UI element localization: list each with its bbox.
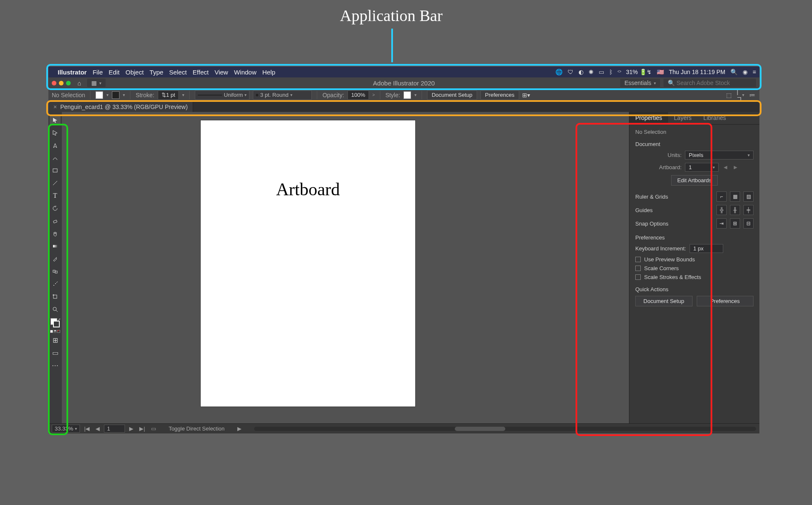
snap-point-icon[interactable]: ⇥: [716, 218, 727, 229]
menu-select[interactable]: Select: [169, 69, 187, 76]
zoom-tool[interactable]: [50, 304, 61, 315]
menu-edit[interactable]: Edit: [109, 69, 119, 76]
stroke-weight-stepper[interactable]: ⇅ 1 pt: [158, 90, 179, 100]
rotate-tool[interactable]: [50, 203, 61, 214]
scale-corners-checkbox[interactable]: Scale Corners: [635, 265, 754, 271]
siri-icon[interactable]: ◉: [743, 69, 748, 75]
eyedropper-tool[interactable]: [50, 253, 61, 264]
document-setup-button[interactable]: Document Setup: [427, 90, 477, 100]
status-popup-button[interactable]: ▶: [236, 425, 243, 432]
spotlight-icon[interactable]: 🔍: [730, 69, 738, 75]
edit-artboards-button[interactable]: Edit Artboards: [671, 175, 718, 186]
blend-tool[interactable]: [50, 266, 61, 277]
rectangle-tool[interactable]: [50, 165, 61, 176]
style-dropdown[interactable]: ▾: [414, 93, 417, 97]
isolation-icon[interactable]: ⬚: [725, 91, 732, 99]
menu-effect[interactable]: Effect: [193, 69, 209, 76]
stroke-dropdown[interactable]: ▾: [123, 93, 125, 97]
qa-preferences-button[interactable]: Preferences: [697, 296, 754, 306]
guides-show-icon[interactable]: ╬: [716, 205, 727, 215]
artboard-nav-dropdown[interactable]: 1: [104, 425, 125, 433]
variable-width-profile-dropdown[interactable]: Uniform ▾: [195, 90, 249, 100]
globe-icon[interactable]: 🌐: [555, 69, 563, 75]
wifi-icon[interactable]: ⌔: [618, 69, 621, 75]
pen-tool[interactable]: [50, 140, 61, 151]
edit-toolbar-button[interactable]: ⊞: [50, 335, 61, 346]
panel-menu-icon[interactable]: ≔: [748, 91, 756, 99]
guides-lock-icon[interactable]: ╫: [730, 205, 740, 215]
menu-file[interactable]: File: [93, 69, 103, 76]
stroke-label[interactable]: Stroke:: [135, 92, 154, 98]
prev-artboard-button[interactable]: ◀: [722, 165, 729, 170]
fill-dropdown[interactable]: ▾: [106, 93, 109, 97]
snap-grid-icon[interactable]: ⊞: [730, 218, 740, 229]
zoom-window-button[interactable]: [66, 81, 71, 85]
minimize-window-button[interactable]: [59, 81, 64, 85]
opacity-input[interactable]: 100%: [348, 90, 369, 100]
document-tab[interactable]: × Penguin_ecard1 @ 33.33% (RGB/GPU Previ…: [48, 101, 193, 112]
more-tools-button[interactable]: ⋯: [50, 360, 61, 371]
tab-libraries[interactable]: Libraries: [698, 112, 732, 124]
gradient-mode-icon[interactable]: [54, 330, 57, 333]
search-stock-input[interactable]: 🔍 Search Adobe Stock: [663, 79, 756, 87]
shield-icon[interactable]: 🛡: [568, 69, 573, 75]
bluetooth-icon[interactable]: ᛒ: [609, 69, 613, 75]
datetime[interactable]: Thu Jun 18 11:19 PM: [669, 69, 725, 75]
stroke-swatch[interactable]: [112, 91, 119, 99]
opacity-dropdown[interactable]: >: [372, 93, 375, 97]
arrange-documents-button[interactable]: ▦ ▾: [87, 79, 106, 87]
close-tab-icon[interactable]: ×: [53, 104, 57, 110]
next-artboard-button[interactable]: ▶: [732, 165, 739, 170]
smart-guides-icon[interactable]: ╪: [743, 205, 754, 215]
artboard-nav-icon[interactable]: ▭: [149, 425, 158, 432]
curvature-tool[interactable]: [50, 152, 61, 163]
grid-toggle-icon[interactable]: ▦: [730, 191, 740, 202]
screen-mode-button[interactable]: ▭: [50, 347, 61, 358]
cc-icon[interactable]: ◐: [578, 69, 584, 75]
gradient-tool[interactable]: [50, 241, 61, 252]
transparency-grid-icon[interactable]: ▨: [743, 191, 754, 202]
display-icon[interactable]: ▭: [599, 69, 604, 75]
color-mode-icon[interactable]: [50, 330, 53, 333]
hand-tool[interactable]: [50, 228, 61, 239]
units-dropdown[interactable]: Pixels▾: [685, 151, 754, 159]
fill-stroke-swatch[interactable]: ⤢: [50, 318, 60, 327]
tab-layers[interactable]: Layers: [668, 112, 698, 124]
symbol-sprayer-tool[interactable]: [50, 279, 61, 290]
tab-properties[interactable]: Properties: [629, 112, 668, 124]
eraser-tool[interactable]: [50, 215, 61, 226]
next-artboard-nav-button[interactable]: ▶: [127, 425, 135, 432]
use-preview-bounds-checkbox[interactable]: Use Preview Bounds: [635, 256, 754, 263]
workspace-dropdown[interactable]: Essentials ▾: [620, 79, 660, 87]
horizontal-scrollbar[interactable]: [254, 427, 756, 431]
first-artboard-button[interactable]: |◀: [82, 425, 91, 432]
menu-view[interactable]: View: [215, 69, 228, 76]
line-tool[interactable]: [50, 178, 61, 189]
prev-artboard-nav-button[interactable]: ◀: [94, 425, 101, 432]
style-label[interactable]: Style:: [385, 92, 400, 98]
artboard[interactable]: Artboard: [201, 120, 415, 407]
none-mode-icon[interactable]: [57, 330, 60, 333]
menu-type[interactable]: Type: [150, 69, 164, 76]
last-artboard-button[interactable]: ▶|: [138, 425, 146, 432]
menu-help[interactable]: Help: [263, 69, 276, 76]
flag-icon[interactable]: 🇺🇸: [657, 69, 664, 75]
align-to-dropdown[interactable]: ⊞▾: [523, 91, 530, 99]
menu-object[interactable]: Object: [125, 69, 143, 76]
fan-icon[interactable]: ✺: [589, 69, 594, 75]
app-name[interactable]: Illustrator: [58, 69, 87, 76]
stroke-weight-dropdown[interactable]: ▾: [182, 93, 184, 97]
align-panel-icon[interactable]: |⊐ ▾: [737, 91, 744, 99]
fill-swatch[interactable]: [96, 91, 103, 99]
brush-dropdown[interactable]: 3 pt. Round ▾: [253, 90, 312, 100]
close-window-button[interactable]: [52, 81, 56, 85]
control-center-icon[interactable]: ≡: [753, 69, 756, 75]
canvas[interactable]: Artboard: [62, 112, 629, 423]
direct-selection-tool[interactable]: [50, 127, 61, 138]
battery-status[interactable]: 31% 🔋↯: [626, 69, 652, 75]
ruler-toggle-icon[interactable]: ⌐: [716, 191, 727, 202]
qa-document-setup-button[interactable]: Document Setup: [635, 296, 693, 306]
keyboard-increment-input[interactable]: 1 px: [690, 244, 723, 253]
snap-pixel-icon[interactable]: ⊟: [743, 218, 754, 229]
home-icon[interactable]: ⌂: [77, 80, 81, 87]
